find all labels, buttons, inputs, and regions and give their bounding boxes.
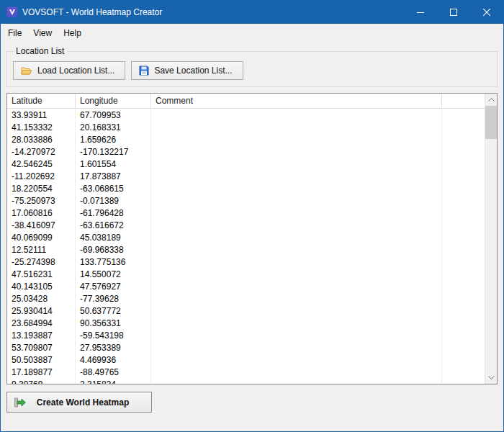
longitude-cell: 4.469936 (76, 354, 151, 366)
save-location-list-button[interactable]: Save Location List... (131, 61, 243, 80)
longitude-cell: 1.601554 (76, 158, 151, 171)
comment-cell (151, 158, 442, 171)
longitude-cell: 67.709953 (76, 109, 151, 122)
menu-file[interactable]: File (2, 24, 27, 42)
load-location-list-button[interactable]: Load Location List... (13, 61, 125, 80)
table-row[interactable]: 17.060816-61.796428 (7, 207, 485, 220)
comment-cell (151, 269, 442, 281)
table-row[interactable]: 47.51623114.550072 (7, 269, 485, 281)
latitude-cell: -38.416097 (7, 220, 76, 232)
row-filler (442, 354, 485, 366)
table-row[interactable]: 42.5462451.601554 (7, 158, 485, 171)
location-list-groupbox: Location List Load Location List... Save… (6, 51, 498, 87)
row-filler (442, 134, 485, 146)
comment-cell (151, 109, 442, 122)
table-row[interactable]: 25.93041450.637772 (7, 305, 485, 318)
comment-cell (151, 232, 442, 244)
column-header-latitude[interactable]: Latitude (7, 94, 76, 108)
table-row[interactable]: 12.52111-69.968338 (7, 244, 485, 256)
row-filler (442, 158, 485, 171)
groupbox-label: Location List (13, 46, 67, 56)
row-filler (442, 244, 485, 256)
comment-cell (151, 379, 442, 384)
row-filler (442, 232, 485, 244)
comment-cell (151, 305, 442, 318)
comment-cell (151, 122, 442, 134)
table-row[interactable]: -25.274398133.775136 (7, 256, 485, 269)
latitude-cell: 25.03428 (7, 293, 76, 305)
minimize-button[interactable] (404, 1, 437, 24)
table-row[interactable]: 25.03428-77.39628 (7, 293, 485, 305)
table-row[interactable]: 13.193887-59.543198 (7, 330, 485, 342)
row-filler (442, 122, 485, 134)
minimize-icon (417, 9, 424, 16)
table-row[interactable]: -11.20269217.873887 (7, 171, 485, 183)
table-row[interactable]: 9.307692.315834 (7, 379, 485, 384)
location-table: LatitudeLongitudeComment 33.9391167.7099… (6, 93, 498, 384)
scroll-up-button[interactable] (485, 94, 497, 106)
table-row[interactable]: 40.14310547.576927 (7, 281, 485, 293)
longitude-cell: -88.49765 (76, 366, 151, 379)
table-row[interactable]: 33.9391167.709953 (7, 109, 485, 122)
create-world-heatmap-button[interactable]: Create World Heatmap (6, 392, 152, 413)
longitude-cell: -170.132217 (76, 146, 151, 158)
scrollbar-thumb[interactable] (485, 106, 497, 139)
scrollbar-track[interactable] (485, 106, 497, 372)
row-filler (442, 366, 485, 379)
table-row[interactable]: 53.70980727.953389 (7, 342, 485, 354)
longitude-cell: 20.168331 (76, 122, 151, 134)
table-row[interactable]: -75.250973-0.071389 (7, 195, 485, 207)
open-folder-icon (21, 66, 32, 76)
row-filler (442, 146, 485, 158)
latitude-cell: 12.52111 (7, 244, 76, 256)
row-filler (442, 342, 485, 354)
comment-cell (151, 244, 442, 256)
longitude-cell: 47.576927 (76, 281, 151, 293)
load-button-label: Load Location List... (37, 66, 114, 76)
row-filler (442, 220, 485, 232)
close-button[interactable] (470, 1, 503, 24)
vertical-scrollbar[interactable] (485, 94, 497, 384)
row-filler (442, 305, 485, 318)
table-row[interactable]: 18.220554-63.068615 (7, 183, 485, 195)
maximize-button[interactable] (437, 1, 470, 24)
longitude-cell: -0.071389 (76, 195, 151, 207)
row-filler (442, 318, 485, 330)
longitude-cell: -69.968338 (76, 244, 151, 256)
save-button-label: Save Location List... (154, 66, 232, 76)
table-row[interactable]: 17.189877-88.49765 (7, 366, 485, 379)
row-filler (442, 379, 485, 384)
app-icon (6, 6, 18, 18)
comment-cell (151, 354, 442, 366)
table-row[interactable]: 50.5038874.469936 (7, 354, 485, 366)
menu-view[interactable]: View (27, 24, 58, 42)
table-row[interactable]: 41.15333220.168331 (7, 122, 485, 134)
row-filler (442, 195, 485, 207)
menu-help[interactable]: Help (58, 24, 87, 42)
save-disk-icon (139, 66, 149, 76)
table-row[interactable]: -14.270972-170.132217 (7, 146, 485, 158)
latitude-cell: 23.684994 (7, 318, 76, 330)
menubar: File View Help (1, 24, 503, 42)
table-row[interactable]: 23.68499490.356331 (7, 318, 485, 330)
longitude-cell: -63.616672 (76, 220, 151, 232)
location-table-body: 33.9391167.70995341.15333220.16833128.03… (7, 109, 485, 384)
longitude-cell: 27.953389 (76, 342, 151, 354)
latitude-cell: 17.060816 (7, 207, 76, 220)
row-filler (442, 281, 485, 293)
comment-cell (151, 146, 442, 158)
column-header-longitude[interactable]: Longitude (76, 94, 151, 108)
location-table-header: LatitudeLongitudeComment (7, 94, 497, 109)
row-filler (442, 269, 485, 281)
latitude-cell: 50.503887 (7, 354, 76, 366)
column-header-comment[interactable]: Comment (151, 94, 442, 108)
scroll-down-button[interactable] (485, 372, 497, 384)
footer: Create World Heatmap (1, 384, 503, 431)
table-row[interactable]: 28.0338861.659626 (7, 134, 485, 146)
latitude-cell: -11.202692 (7, 171, 76, 183)
table-row[interactable]: -38.416097-63.616672 (7, 220, 485, 232)
longitude-cell: -59.543198 (76, 330, 151, 342)
table-row[interactable]: 40.06909945.038189 (7, 232, 485, 244)
comment-cell (151, 256, 442, 269)
chevron-down-icon (488, 376, 495, 379)
